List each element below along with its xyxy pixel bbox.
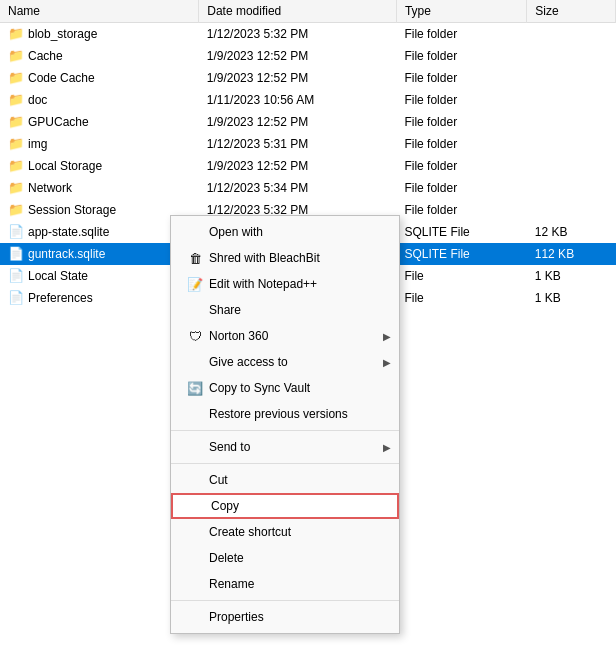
file-name: doc [0,89,199,111]
send-to-label: Send to [209,440,250,454]
give-access-arrow: ▶ [383,357,391,368]
menu-separator [171,430,399,431]
menu-separator [171,463,399,464]
folder-icon: blob_storage [8,27,97,41]
folder-icon: Local Storage [8,159,102,173]
context-menu: Open with🗑Shred with BleachBit📝Edit with… [170,215,400,634]
create-shortcut-label: Create shortcut [209,525,291,539]
file-name: guntrack.sqlite [0,243,199,265]
menu-item-notepad[interactable]: 📝Edit with Notepad++ [171,271,399,297]
file-date: 1/12/2023 5:34 PM [199,177,397,199]
folder-icon: Code Cache [8,71,95,85]
col-header-size[interactable]: Size [527,0,616,23]
copy-label: Copy [211,499,239,513]
file-type: File folder [396,45,526,67]
menu-item-delete[interactable]: Delete [171,545,399,571]
folder-icon: Session Storage [8,203,116,217]
file-icon: Preferences [8,291,93,305]
properties-label: Properties [209,610,264,624]
file-size: 112 KB [527,243,616,265]
file-size: 1 KB [527,287,616,309]
file-name: Preferences [0,287,199,309]
menu-item-send-to[interactable]: Send to▶ [171,434,399,460]
file-date: 1/11/2023 10:56 AM [199,89,397,111]
copy-icon-placeholder [189,498,205,514]
give-access-icon-placeholder [187,354,203,370]
menu-item-sync-vault[interactable]: 🔄Copy to Sync Vault [171,375,399,401]
file-date: 1/9/2023 12:52 PM [199,67,397,89]
menu-item-copy[interactable]: Copy [171,493,399,519]
notepad-label: Edit with Notepad++ [209,277,317,291]
file-name: Network [0,177,199,199]
menu-item-cut[interactable]: Cut [171,467,399,493]
file-type: File folder [396,23,526,45]
file-name: Cache [0,45,199,67]
norton-label: Norton 360 [209,329,268,343]
file-date: 1/9/2023 12:52 PM [199,111,397,133]
menu-item-give-access[interactable]: Give access to▶ [171,349,399,375]
restore-label: Restore previous versions [209,407,348,421]
table-row[interactable]: Code Cache1/9/2023 12:52 PMFile folder [0,67,616,89]
col-header-date[interactable]: Date modified [199,0,397,23]
send-to-icon-placeholder [187,439,203,455]
send-to-arrow: ▶ [383,442,391,453]
folder-icon: Cache [8,49,63,63]
file-type: File [396,265,526,287]
sync-vault-icon: 🔄 [187,380,203,396]
norton-arrow: ▶ [383,331,391,342]
col-header-type[interactable]: Type [396,0,526,23]
cut-icon-placeholder [187,472,203,488]
file-name: Local State [0,265,199,287]
file-size [527,177,616,199]
table-row[interactable]: Cache1/9/2023 12:52 PMFile folder [0,45,616,67]
shred-label: Shred with BleachBit [209,251,320,265]
file-type: File folder [396,177,526,199]
file-size [527,23,616,45]
delete-icon-placeholder [187,550,203,566]
file-type: File folder [396,89,526,111]
file-type: File folder [396,67,526,89]
table-row[interactable]: img1/12/2023 5:31 PMFile folder [0,133,616,155]
table-row[interactable]: GPUCache1/9/2023 12:52 PMFile folder [0,111,616,133]
file-size [527,111,616,133]
file-size [527,67,616,89]
menu-item-restore[interactable]: Restore previous versions [171,401,399,427]
file-name: blob_storage [0,23,199,45]
file-type: File [396,287,526,309]
menu-item-share[interactable]: Share [171,297,399,323]
share-label: Share [209,303,241,317]
rename-label: Rename [209,577,254,591]
menu-item-norton[interactable]: 🛡Norton 360▶ [171,323,399,349]
file-date: 1/9/2023 12:52 PM [199,45,397,67]
sync-vault-label: Copy to Sync Vault [209,381,310,395]
norton-icon: 🛡 [187,328,203,344]
menu-item-properties[interactable]: Properties [171,604,399,630]
menu-item-rename[interactable]: Rename [171,571,399,597]
file-size: 12 KB [527,221,616,243]
file-date: 1/12/2023 5:32 PM [199,23,397,45]
folder-icon: Network [8,181,72,195]
table-row[interactable]: Local Storage1/9/2023 12:52 PMFile folde… [0,155,616,177]
file-date: 1/9/2023 12:52 PM [199,155,397,177]
menu-item-create-shortcut[interactable]: Create shortcut [171,519,399,545]
table-row[interactable]: doc1/11/2023 10:56 AMFile folder [0,89,616,111]
file-name: img [0,133,199,155]
file-size [527,45,616,67]
file-size [527,199,616,221]
properties-icon-placeholder [187,609,203,625]
col-header-name[interactable]: Name [0,0,199,23]
rename-icon-placeholder [187,576,203,592]
file-name: app-state.sqlite [0,221,199,243]
cut-label: Cut [209,473,228,487]
file-date: 1/12/2023 5:31 PM [199,133,397,155]
file-size [527,155,616,177]
menu-item-open-with[interactable]: Open with [171,219,399,245]
file-type: File folder [396,133,526,155]
menu-item-shred[interactable]: 🗑Shred with BleachBit [171,245,399,271]
give-access-label: Give access to [209,355,288,369]
file-icon: app-state.sqlite [8,225,109,239]
table-row[interactable]: blob_storage1/12/2023 5:32 PMFile folder [0,23,616,45]
table-row[interactable]: Network1/12/2023 5:34 PMFile folder [0,177,616,199]
share-icon-placeholder [187,302,203,318]
open-with-icon-placeholder [187,224,203,240]
